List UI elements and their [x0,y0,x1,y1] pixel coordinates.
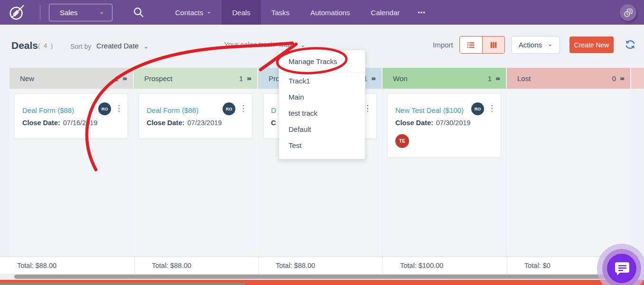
move-all-icon[interactable]: ››› [122,74,126,82]
column-name: Prospect [144,74,172,83]
column-count: 1 [115,74,119,83]
chevron-down-icon: ⌄ [143,43,148,50]
column-name: New [20,74,34,83]
column-name: Pro [269,74,280,83]
actions-dropdown-button[interactable]: Actions ⌄ [511,36,560,54]
create-new-button[interactable]: Create New [569,37,614,53]
move-all-icon[interactable]: ››› [620,74,624,82]
column-total: Total: $88.00 [258,257,383,274]
column-header: Prospect 1 ››› [134,68,257,89]
deal-card[interactable]: Deal Form ($88) Close Date:07/23/2019 RO… [139,93,252,139]
close-date-value: 07/30/2019 [436,119,471,127]
tag-badge: TE [395,134,409,148]
sales-track-value: Main [279,40,295,48]
list-view-icon [466,40,476,50]
sort-dropdown[interactable]: Created Date ⌄ [96,42,148,50]
card-menu-icon[interactable]: ⋮ [488,102,496,112]
top-nav: Sales ⌄ Contacts ⌄ Deals Tasks Automatio… [0,0,644,25]
app-selector-dropdown[interactable]: Sales ⌄ [49,4,112,21]
track-menu-item-testtrack[interactable]: test track [279,105,365,121]
deal-link[interactable]: New Test Deal ($100) [395,106,464,114]
nav-item-calendar[interactable]: Calendar [360,0,410,25]
horizontal-scrollbar-track [0,274,644,279]
refresh-icon[interactable] [624,38,636,51]
column-header: Lost 0 ››› [507,68,630,89]
sales-track-menu: Manage Tracks Track1 Main test track Def… [279,50,365,159]
column-count: 1 [488,74,492,83]
column-total: Total: $88.00 [0,257,134,274]
deal-link[interactable]: Deal Form ($88) [147,106,198,114]
column-count: 1 [239,74,243,83]
track-menu-item-main[interactable]: Main [279,89,365,105]
column-header: New 1 ››› [9,68,133,89]
totals-row: Total: $88.00 Total: $88.00 Total: $88.0… [0,257,644,274]
close-date-value: 07/16/2019 [63,119,98,127]
close-date-value: 07/23/2019 [187,119,222,127]
sales-track-dropdown[interactable]: Your sales track Main ⌄ [224,40,305,48]
nav-item-tasks[interactable]: Tasks [261,0,300,25]
nav-item-deals[interactable]: Deals [222,0,261,25]
chevron-down-icon: ⌄ [300,42,305,48]
column-won: Won 1 ››› New Test Deal ($100) Close Dat… [383,68,506,257]
column-total: Total: $88.00 [134,257,258,274]
column-new: New 1 ››› Deal Form ($88) Close Date:07/… [9,68,133,257]
bottom-progress-bar-segment [0,283,244,285]
card-menu-icon[interactable]: ⋮ [239,102,247,112]
chat-launcher-button[interactable] [596,243,644,285]
nav-item-contacts[interactable]: Contacts ⌄ [165,0,222,25]
move-all-icon[interactable]: ››› [247,74,251,82]
move-all-icon[interactable]: ››› [495,74,499,82]
column-total: Total: $100.00 [383,257,507,274]
column-header: Won 1 ››› [383,68,506,89]
track-menu-item-default[interactable]: Default [279,121,365,137]
kanban-view-icon [489,41,498,49]
deal-card[interactable]: New Test Deal ($100) Close Date:07/30/20… [387,93,501,158]
nav-more-menu-icon[interactable]: ••• [410,9,433,16]
column-count: 0 [612,74,616,83]
horizontal-scrollbar[interactable] [14,275,636,279]
view-toggle-group [459,36,505,54]
column-name: Won [393,74,408,83]
brand-logo-icon[interactable] [8,3,27,22]
import-button[interactable]: Import [433,41,453,49]
owner-avatar: RO [98,102,111,115]
kanban-view-button[interactable] [482,37,504,53]
track-menu-item-track1[interactable]: Track1 [279,73,365,89]
owner-avatar: RO [223,102,235,115]
move-all-icon[interactable]: ››› [371,74,375,82]
deal-link[interactable]: Deal Form ($88) [22,106,74,114]
page-title: Deals [11,40,38,51]
chevron-down-icon: ⌄ [548,41,552,47]
list-view-button[interactable] [460,37,482,53]
nav-item-automations[interactable]: Automations [300,0,360,25]
sort-by-label: Sort by [70,43,91,50]
trial-timer-icon[interactable] [620,4,636,21]
column-lost: Lost 0 ››› [507,68,630,257]
owner-avatar: RO [471,102,484,115]
nav-divider [40,5,40,19]
app-selector-label: Sales [60,9,78,17]
card-menu-icon[interactable]: ⋮ [115,102,123,112]
column-prospect: Prospect 1 ››› Deal Form ($88) Close Dat… [134,68,257,257]
manage-tracks-menu-item[interactable]: Manage Tracks [279,50,365,73]
search-icon[interactable] [132,6,145,18]
column-name: Lost [517,74,531,83]
deal-card[interactable]: Deal Form ($88) Close Date:07/16/2019 RO… [14,93,128,139]
track-menu-item-test[interactable]: Test [279,137,365,153]
column-sliver [631,68,644,89]
chevron-down-icon: ⌄ [206,8,211,15]
deal-link[interactable]: D [271,106,276,114]
deals-count: ( 4 ) [38,42,54,49]
chevron-down-icon: ⌄ [99,8,104,15]
